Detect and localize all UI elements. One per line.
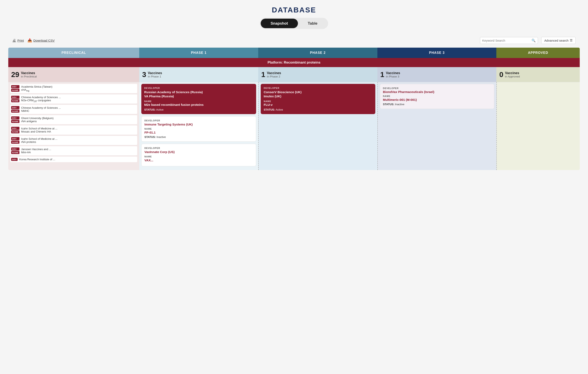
list-item[interactable]: DEV NAME Academia Sinica (Taiwan) cHAmg	[10, 84, 137, 93]
card-vaccine-name: FP-01.1	[144, 131, 253, 134]
count-phase1-number: 3	[142, 70, 146, 79]
platform-row: Platform: Recombinant proteins	[8, 58, 580, 67]
name-tag: NAME	[11, 99, 20, 102]
card-name-label: NAME	[383, 95, 491, 97]
list-item[interactable]: DEV Korea Research Institute of ...	[10, 156, 137, 162]
list-item[interactable]: DEV NAME Icahn School of Medicine at ...…	[10, 136, 137, 145]
item-info: Academia Sinica (Taiwan) cHAmg	[21, 85, 52, 92]
pipeline-table: PRECLINICAL PHASE 1 PHASE 2 PHASE 3 APPR…	[8, 48, 580, 170]
col-header-preclinical: PRECLINICAL	[8, 48, 139, 58]
dev-tag: DEV	[11, 158, 18, 161]
tag-group: DEV NAME	[11, 85, 20, 92]
vaccine-card-light-2[interactable]: DEVELOPER VaxInnate Corp (US) NAME VAX..…	[141, 144, 256, 166]
item-developer: Korea Research Institute of ...	[19, 158, 55, 161]
print-button[interactable]: Print	[12, 38, 24, 43]
count-phase1-top: Vaccines	[148, 71, 162, 75]
name-tag: NAME	[11, 151, 20, 154]
col-header-phase3: PHASE 3	[377, 48, 496, 58]
column-headers: PRECLINICAL PHASE 1 PHASE 2 PHASE 3 APPR…	[8, 48, 580, 58]
tag-group: DEV NAME	[11, 127, 20, 133]
item-info: Chinese Academy of Sciences ... NMHC	[21, 106, 61, 112]
download-icon	[28, 38, 32, 43]
tab-snapshot[interactable]: Snapshot	[261, 19, 298, 28]
platform-label: Platform:	[268, 60, 283, 64]
vaccine-card-dark[interactable]: DEVELOPER Russian Academy of Sciences (R…	[141, 84, 256, 114]
name-tag: NAME	[11, 130, 20, 133]
count-phase2-bottom: in Phase 2	[267, 75, 281, 78]
tag-group: DEV NAME	[11, 137, 20, 144]
count-row: 29 Vaccines in Preclinical 3 Vaccines in…	[8, 67, 580, 82]
card-name-label: NAME	[144, 128, 253, 130]
item-vaccine-name: M2e-CRM197 conjugates	[21, 99, 61, 102]
item-info: Ghent University (Belgium) rNA antigens	[21, 117, 53, 123]
count-preclinical-bottom: in Preclinical	[21, 75, 37, 78]
item-vaccine-name: rNA antigens	[21, 120, 53, 123]
card-developer-label: DEVELOPER	[383, 87, 491, 89]
vaccine-card-light-1[interactable]: DEVELOPER Immune Targeting Systems (UK) …	[141, 116, 256, 142]
count-approved-bottom: in Approved	[505, 75, 520, 78]
card-developer-name: ConserV Bioscience (UK)Imutex (UK)	[263, 90, 372, 98]
item-info: Icahn School of Medicine at ... rNA prot…	[21, 137, 58, 143]
dev-tag: DEV	[11, 85, 20, 88]
toolbar: Print Download CSV 🔍 Advanced search ☰	[0, 35, 588, 48]
download-csv-button[interactable]: Download CSV	[28, 38, 55, 43]
tag-group: DEV NAME	[11, 147, 20, 154]
item-vaccine-name: rNA proteins	[21, 140, 58, 143]
vaccine-card-phase2[interactable]: DEVELOPER ConserV Bioscience (UK)Imutex …	[261, 84, 375, 114]
name-tag: NAME	[11, 110, 20, 113]
dev-tag: DEV	[11, 96, 20, 99]
search-icon-button[interactable]: 🔍	[532, 39, 536, 43]
name-tag: NAME	[11, 120, 20, 123]
card-name-label: NAME	[144, 100, 253, 102]
page-title: DATABASE	[0, 0, 588, 18]
count-phase2-label: Vaccines in Phase 2	[267, 71, 281, 78]
item-info: Korea Research Institute of ...	[19, 158, 55, 161]
print-icon	[12, 38, 16, 43]
count-cell-preclinical: 29 Vaccines in Preclinical	[8, 67, 139, 82]
count-phase3-top: Vaccines	[386, 71, 400, 75]
search-input[interactable]	[482, 39, 532, 42]
list-item[interactable]: DEV NAME Janssen Vaccines and ... Mini-H…	[10, 146, 137, 155]
col-header-phase2: PHASE 2	[258, 48, 377, 58]
item-vaccine-name: NMHC	[21, 109, 61, 112]
card-vaccine-name: FLU-v	[263, 103, 372, 106]
item-developer: Icahn School of Medicine at ...	[21, 137, 58, 140]
card-developer-label: DEVELOPER	[263, 87, 372, 89]
item-vaccine-name: Mosaic and Chimeric HA	[21, 130, 58, 133]
list-item[interactable]: DEV NAME Chinese Academy of Sciences ...…	[10, 94, 137, 104]
card-name-label: NAME	[263, 100, 372, 102]
list-item[interactable]: DEV NAME Chinese Academy of Sciences ...…	[10, 105, 137, 114]
list-item[interactable]: DEV NAME Icahn School of Medicine at ...…	[10, 125, 137, 135]
tag-group: DEV NAME	[11, 116, 20, 123]
approved-data-cell	[496, 82, 580, 170]
card-developer-name: VaxInnate Corp (US)	[144, 150, 253, 154]
preclinical-data-cell: DEV NAME Academia Sinica (Taiwan) cHAmg …	[8, 82, 139, 170]
count-phase1-bottom: in Phase 1	[148, 75, 162, 78]
card-vaccine-name: Multimeric-001 (M-001)	[383, 98, 491, 101]
tag-group: DEV	[11, 158, 18, 161]
count-preclinical-label: Vaccines in Preclinical	[21, 71, 37, 78]
dev-tag: DEV	[11, 147, 20, 151]
count-phase2-number: 1	[261, 70, 265, 79]
list-item[interactable]: DEV NAME Ghent University (Belgium) rNA …	[10, 115, 137, 124]
tag-group: DEV NAME	[11, 106, 20, 113]
dev-tag: DEV	[11, 127, 20, 130]
item-developer: Academia Sinica (Taiwan)	[21, 85, 52, 88]
card-status: STATUS: Inactive	[144, 135, 253, 139]
vaccine-card-phase3[interactable]: DEVELOPER BiondVax Pharmaceuticals (Isra…	[380, 84, 494, 109]
tab-table[interactable]: Table	[298, 19, 327, 28]
item-developer: Chinese Academy of Sciences ...	[21, 106, 61, 109]
count-preclinical-number: 29	[11, 70, 19, 79]
card-developer-label: DEVELOPER	[144, 147, 253, 149]
item-developer: Icahn School of Medicine at ...	[21, 127, 58, 130]
tag-group: DEV NAME	[11, 96, 20, 102]
item-vaccine-name: Mini-HA	[21, 151, 51, 154]
card-developer-name: BiondVax Pharmaceuticals (Israel)	[383, 90, 491, 94]
phase3-data-cell: DEVELOPER BiondVax Pharmaceuticals (Isra…	[377, 82, 496, 170]
item-vaccine-name: cHAmg	[21, 88, 52, 92]
platform-name: Recombinant proteins	[284, 60, 320, 64]
tabs-container: Snapshot Table	[0, 18, 588, 29]
item-developer: Chinese Academy of Sciences ...	[21, 96, 61, 99]
count-phase3-bottom: in Phase 3	[386, 75, 400, 78]
advanced-search-button[interactable]: Advanced search ☰	[541, 37, 576, 44]
